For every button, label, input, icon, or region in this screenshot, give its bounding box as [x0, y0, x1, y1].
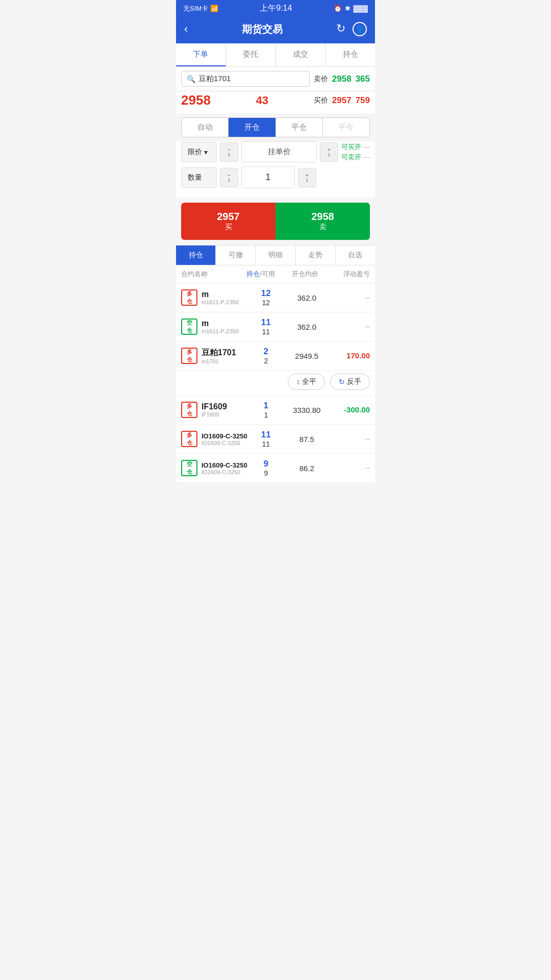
holding-row[interactable]: 多 仓 豆粕1701 m1701 2 2 2949.5 170.00: [176, 341, 375, 371]
price-plus-stepper[interactable]: + 1: [320, 142, 338, 162]
btab-trend[interactable]: 走势: [296, 246, 336, 265]
avail-sell-row: 可卖开 ---: [341, 153, 370, 162]
pnl-value-5: --: [365, 435, 370, 443]
back-button[interactable]: ‹: [184, 22, 188, 36]
mode-auto[interactable]: 自动: [182, 118, 229, 137]
page-title: 期货交易: [242, 22, 283, 36]
holding-name-3: 豆粕1701 m1701: [202, 348, 249, 364]
holding-name-4: IF1609 IF1609: [202, 402, 249, 418]
price-minus-stepper[interactable]: − 1: [220, 142, 238, 162]
buy-button[interactable]: 2957 买: [181, 203, 276, 240]
holding-pnl-4: -300.00: [331, 405, 370, 414]
carrier-text: 无SIM卡: [183, 4, 208, 13]
holding-pnl-2: --: [331, 322, 370, 331]
qty-avail-5: 11: [249, 440, 283, 448]
status-right: ⏰ ✱ ▓▓▓: [334, 5, 368, 12]
price-input-center[interactable]: 挂单价: [241, 141, 317, 162]
dropdown-icon: ▾: [204, 148, 208, 156]
qty-minus-stepper[interactable]: − 1: [220, 168, 238, 187]
badge-kong-2: 空 仓: [181, 318, 197, 335]
order-type-button[interactable]: 限价 ▾: [181, 142, 217, 162]
sub-text-4: IF1609: [202, 411, 249, 418]
name-text-1: m: [202, 290, 249, 299]
qty-avail-6: 9: [249, 469, 283, 477]
search-input[interactable]: [198, 75, 304, 83]
action-row: ↕ 全平 ↻ 反手: [176, 371, 375, 396]
avail-open-value: ---: [363, 143, 370, 151]
btab-cancelable[interactable]: 可撤: [216, 246, 256, 265]
avail-sell-label: 可卖开: [341, 153, 361, 162]
qty-plus-stepper[interactable]: + 1: [298, 168, 316, 187]
pnl-value-1: --: [365, 293, 370, 302]
mode-close[interactable]: 平仓: [276, 118, 323, 137]
tab-entrust[interactable]: 委托: [226, 43, 276, 66]
mode-open[interactable]: 开仓: [229, 118, 276, 137]
tab-place-order[interactable]: 下单: [176, 43, 226, 66]
sell-label: 卖价: [314, 75, 328, 84]
holdings-list: 多 仓 m m1611-P-2350 12 12 362.0 -- 空 仓 m …: [176, 283, 375, 483]
flat-all-button[interactable]: ↕ 全平: [288, 374, 325, 390]
qty-blue-6: 9: [249, 459, 283, 469]
top-tabs: 下单 委托 成交 持仓: [176, 43, 375, 67]
holding-row[interactable]: 空 仓 IO1609-C-3250 IO1609-C-3250 9 9 86.2…: [176, 454, 375, 483]
btab-watchlist[interactable]: 自选: [336, 246, 375, 265]
sell-price-display: 2958: [276, 211, 370, 223]
search-icon: 🔍: [187, 75, 195, 83]
reverse-label: 反手: [347, 377, 361, 386]
holding-row[interactable]: 多 仓 IF1609 IF1609 1 1 3330.80 -300.00: [176, 396, 375, 425]
avail-open-row: 可买开 ---: [341, 142, 370, 152]
status-bar: 无SIM卡 📶 上午9:14 ⏰ ✱ ▓▓▓: [176, 0, 375, 17]
qty-blue-1: 12: [249, 288, 283, 299]
holding-price-5: 87.5: [283, 435, 331, 444]
qty-avail-1: 12: [249, 299, 283, 307]
btab-position[interactable]: 持仓: [176, 246, 216, 265]
reverse-button[interactable]: ↻ 反手: [330, 374, 370, 390]
sell-label-display: 卖: [276, 223, 370, 232]
tab-position[interactable]: 持仓: [325, 43, 375, 66]
holding-row[interactable]: 多 仓 IO1609-C-3250 IO1609-C-3250 11 11 87…: [176, 425, 375, 454]
holding-row[interactable]: 多 仓 m m1611-P-2350 12 12 362.0 --: [176, 283, 375, 312]
bluetooth-icon: ✱: [345, 5, 350, 12]
holding-qty-1: 12 12: [249, 288, 283, 307]
qty-blue-4: 1: [249, 401, 283, 411]
holding-name-5: IO1609-C-3250 IO1609-C-3250: [202, 432, 249, 446]
buy-volume: 759: [356, 95, 370, 106]
pnl-value-6: --: [365, 464, 370, 472]
avail-sell-value: ---: [363, 153, 370, 161]
name-text-4: IF1609: [202, 402, 249, 411]
holding-qty-6: 9 9: [249, 459, 283, 477]
buy-sell-row: 2957 买 2958 卖: [181, 203, 370, 240]
col-name-header: 合约名称: [181, 270, 240, 279]
avail-open-label: 可买开: [341, 142, 361, 152]
buy-price-block: 买价 2957 759: [314, 95, 370, 106]
qty-blue-3: 2: [249, 347, 283, 357]
badge-duo-1: 多 仓: [181, 289, 197, 306]
search-price-row: 🔍 卖价 2958 365: [176, 67, 375, 91]
sub-text-2: m1611-P-2350: [202, 328, 249, 334]
sell-price: 2958: [332, 74, 352, 84]
pnl-value-3: 170.00: [346, 351, 370, 360]
order-type-label: 限价: [188, 148, 202, 157]
holding-row[interactable]: 空 仓 m m1611-P-2350 11 11 362.0 --: [176, 312, 375, 341]
qty-avail-3: 2: [249, 357, 283, 365]
holding-name-6: IO1609-C-3250 IO1609-C-3250: [202, 461, 249, 475]
buy-price: 2957: [332, 95, 352, 106]
availability-block: 可买开 --- 可卖开 ---: [341, 142, 370, 162]
pnl-value-4: -300.00: [344, 405, 370, 414]
holding-pnl-5: --: [331, 434, 370, 444]
pnl-value-2: --: [365, 323, 370, 331]
sell-volume: 365: [356, 74, 370, 84]
col-price-header: 开仓均价: [281, 270, 330, 279]
tab-transaction[interactable]: 成交: [276, 43, 326, 66]
name-text-5: IO1609-C-3250: [202, 432, 249, 440]
search-box[interactable]: 🔍: [181, 71, 310, 87]
refresh-icon[interactable]: ↻: [336, 22, 345, 36]
holding-name-2: m m1611-P-2350: [202, 319, 249, 334]
user-icon[interactable]: 👤: [353, 22, 367, 36]
qty-input-center[interactable]: 1: [241, 166, 295, 188]
sell-button[interactable]: 2958 卖: [276, 203, 370, 240]
mode-tabs: 自动 开仓 平仓 平今: [181, 117, 370, 137]
buy-label-display: 买: [181, 223, 276, 232]
btab-detail[interactable]: 明细: [256, 246, 295, 265]
col-pnl-header: 浮动盈亏: [330, 270, 370, 279]
